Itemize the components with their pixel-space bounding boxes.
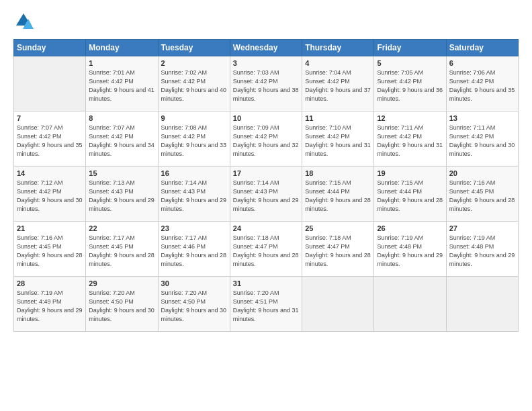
weekday-header-tuesday: Tuesday xyxy=(158,40,230,56)
day-number: 2 xyxy=(161,59,227,67)
day-number: 11 xyxy=(305,114,371,122)
day-number: 24 xyxy=(233,224,299,232)
cell-info: Sunrise: 7:13 AMSunset: 4:43 PMDaylight:… xyxy=(89,179,154,214)
cell-info: Sunrise: 7:16 AMSunset: 4:45 PMDaylight:… xyxy=(449,179,515,214)
calendar-cell: 26Sunrise: 7:19 AMSunset: 4:48 PMDayligh… xyxy=(374,222,446,277)
day-number: 29 xyxy=(89,279,154,287)
cell-info: Sunrise: 7:15 AMSunset: 4:44 PMDaylight:… xyxy=(305,179,371,214)
calendar-cell: 10Sunrise: 7:09 AMSunset: 4:42 PMDayligh… xyxy=(230,111,302,167)
weekday-header-wednesday: Wednesday xyxy=(230,40,302,56)
day-number: 8 xyxy=(89,114,154,122)
page: SundayMondayTuesdayWednesdayThursdayFrid… xyxy=(0,0,532,411)
day-number: 27 xyxy=(449,224,515,232)
calendar-cell: 18Sunrise: 7:15 AMSunset: 4:44 PMDayligh… xyxy=(302,167,374,222)
cell-info: Sunrise: 7:08 AMSunset: 4:42 PMDaylight:… xyxy=(161,124,227,158)
calendar-cell: 12Sunrise: 7:11 AMSunset: 4:42 PMDayligh… xyxy=(374,111,446,167)
week-row-2: 14Sunrise: 7:12 AMSunset: 4:42 PMDayligh… xyxy=(14,167,519,222)
calendar-cell: 16Sunrise: 7:14 AMSunset: 4:43 PMDayligh… xyxy=(158,167,230,222)
calendar-cell xyxy=(374,277,446,332)
calendar-cell: 3Sunrise: 7:03 AMSunset: 4:42 PMDaylight… xyxy=(230,56,302,111)
calendar-cell: 14Sunrise: 7:12 AMSunset: 4:42 PMDayligh… xyxy=(14,167,86,222)
cell-info: Sunrise: 7:17 AMSunset: 4:45 PMDaylight:… xyxy=(89,234,154,269)
day-number: 25 xyxy=(305,224,371,232)
cell-info: Sunrise: 7:09 AMSunset: 4:42 PMDaylight:… xyxy=(233,124,299,158)
day-number: 10 xyxy=(233,114,299,122)
calendar-cell xyxy=(14,56,86,111)
cell-info: Sunrise: 7:11 AMSunset: 4:42 PMDaylight:… xyxy=(377,124,443,158)
calendar-cell: 8Sunrise: 7:07 AMSunset: 4:42 PMDaylight… xyxy=(86,111,158,167)
calendar-cell: 24Sunrise: 7:18 AMSunset: 4:47 PMDayligh… xyxy=(230,222,302,277)
weekday-header-friday: Friday xyxy=(374,40,446,56)
cell-info: Sunrise: 7:18 AMSunset: 4:47 PMDaylight:… xyxy=(305,234,371,269)
calendar-header: SundayMondayTuesdayWednesdayThursdayFrid… xyxy=(14,40,519,56)
weekday-header-saturday: Saturday xyxy=(446,40,518,56)
calendar-cell: 5Sunrise: 7:05 AMSunset: 4:42 PMDaylight… xyxy=(374,56,446,111)
calendar-cell: 23Sunrise: 7:17 AMSunset: 4:46 PMDayligh… xyxy=(158,222,230,277)
day-number: 1 xyxy=(89,59,154,67)
day-number: 28 xyxy=(17,279,83,287)
cell-info: Sunrise: 7:17 AMSunset: 4:46 PMDaylight:… xyxy=(161,234,227,269)
header xyxy=(13,12,519,32)
calendar-cell: 20Sunrise: 7:16 AMSunset: 4:45 PMDayligh… xyxy=(446,167,518,222)
cell-info: Sunrise: 7:20 AMSunset: 4:50 PMDaylight:… xyxy=(161,289,227,324)
cell-info: Sunrise: 7:10 AMSunset: 4:42 PMDaylight:… xyxy=(305,124,371,158)
calendar-cell: 22Sunrise: 7:17 AMSunset: 4:45 PMDayligh… xyxy=(86,222,158,277)
cell-info: Sunrise: 7:19 AMSunset: 4:48 PMDaylight:… xyxy=(377,234,443,269)
cell-info: Sunrise: 7:16 AMSunset: 4:45 PMDaylight:… xyxy=(17,234,83,269)
calendar-cell: 25Sunrise: 7:18 AMSunset: 4:47 PMDayligh… xyxy=(302,222,374,277)
cell-info: Sunrise: 7:11 AMSunset: 4:42 PMDaylight:… xyxy=(449,124,515,158)
cell-info: Sunrise: 7:05 AMSunset: 4:42 PMDaylight:… xyxy=(377,68,443,103)
day-number: 4 xyxy=(305,59,371,67)
calendar-cell: 17Sunrise: 7:14 AMSunset: 4:43 PMDayligh… xyxy=(230,167,302,222)
day-number: 31 xyxy=(233,279,299,287)
calendar-body: 1Sunrise: 7:01 AMSunset: 4:42 PMDaylight… xyxy=(14,56,519,332)
day-number: 7 xyxy=(17,114,83,122)
day-number: 22 xyxy=(89,224,154,232)
calendar-cell xyxy=(302,277,374,332)
week-row-0: 1Sunrise: 7:01 AMSunset: 4:42 PMDaylight… xyxy=(14,56,519,111)
cell-info: Sunrise: 7:12 AMSunset: 4:42 PMDaylight:… xyxy=(17,179,83,214)
day-number: 23 xyxy=(161,224,227,232)
calendar-cell: 29Sunrise: 7:20 AMSunset: 4:50 PMDayligh… xyxy=(86,277,158,332)
cell-info: Sunrise: 7:14 AMSunset: 4:43 PMDaylight:… xyxy=(161,179,227,214)
day-number: 13 xyxy=(449,114,515,122)
calendar-cell: 6Sunrise: 7:06 AMSunset: 4:42 PMDaylight… xyxy=(446,56,518,111)
day-number: 19 xyxy=(377,169,443,177)
calendar-cell: 15Sunrise: 7:13 AMSunset: 4:43 PMDayligh… xyxy=(86,167,158,222)
day-number: 15 xyxy=(89,169,154,177)
calendar-cell: 1Sunrise: 7:01 AMSunset: 4:42 PMDaylight… xyxy=(86,56,158,111)
cell-info: Sunrise: 7:01 AMSunset: 4:42 PMDaylight:… xyxy=(89,68,154,103)
weekday-header-monday: Monday xyxy=(86,40,158,56)
day-number: 18 xyxy=(305,169,371,177)
cell-info: Sunrise: 7:19 AMSunset: 4:49 PMDaylight:… xyxy=(17,289,83,324)
day-number: 6 xyxy=(449,59,515,67)
day-number: 3 xyxy=(233,59,299,67)
calendar-cell: 19Sunrise: 7:15 AMSunset: 4:44 PMDayligh… xyxy=(374,167,446,222)
day-number: 16 xyxy=(161,169,227,177)
day-number: 5 xyxy=(377,59,443,67)
day-number: 30 xyxy=(161,279,227,287)
cell-info: Sunrise: 7:03 AMSunset: 4:42 PMDaylight:… xyxy=(233,68,299,103)
week-row-4: 28Sunrise: 7:19 AMSunset: 4:49 PMDayligh… xyxy=(14,277,519,332)
calendar-cell: 11Sunrise: 7:10 AMSunset: 4:42 PMDayligh… xyxy=(302,111,374,167)
cell-info: Sunrise: 7:06 AMSunset: 4:42 PMDaylight:… xyxy=(449,68,515,103)
day-number: 17 xyxy=(233,169,299,177)
calendar-cell: 13Sunrise: 7:11 AMSunset: 4:42 PMDayligh… xyxy=(446,111,518,167)
day-number: 26 xyxy=(377,224,443,232)
calendar-cell: 27Sunrise: 7:19 AMSunset: 4:48 PMDayligh… xyxy=(446,222,518,277)
day-number: 14 xyxy=(17,169,83,177)
calendar-cell: 2Sunrise: 7:02 AMSunset: 4:42 PMDaylight… xyxy=(158,56,230,111)
day-number: 12 xyxy=(377,114,443,122)
weekday-row: SundayMondayTuesdayWednesdayThursdayFrid… xyxy=(14,40,519,56)
cell-info: Sunrise: 7:07 AMSunset: 4:42 PMDaylight:… xyxy=(89,124,154,158)
cell-info: Sunrise: 7:20 AMSunset: 4:51 PMDaylight:… xyxy=(233,289,299,324)
day-number: 9 xyxy=(161,114,227,122)
cell-info: Sunrise: 7:02 AMSunset: 4:42 PMDaylight:… xyxy=(161,68,227,103)
calendar-cell: 4Sunrise: 7:04 AMSunset: 4:42 PMDaylight… xyxy=(302,56,374,111)
calendar-cell: 9Sunrise: 7:08 AMSunset: 4:42 PMDaylight… xyxy=(158,111,230,167)
logo xyxy=(13,12,36,32)
cell-info: Sunrise: 7:20 AMSunset: 4:50 PMDaylight:… xyxy=(89,289,154,324)
day-number: 21 xyxy=(17,224,83,232)
logo-icon xyxy=(13,12,34,32)
day-number: 20 xyxy=(449,169,515,177)
